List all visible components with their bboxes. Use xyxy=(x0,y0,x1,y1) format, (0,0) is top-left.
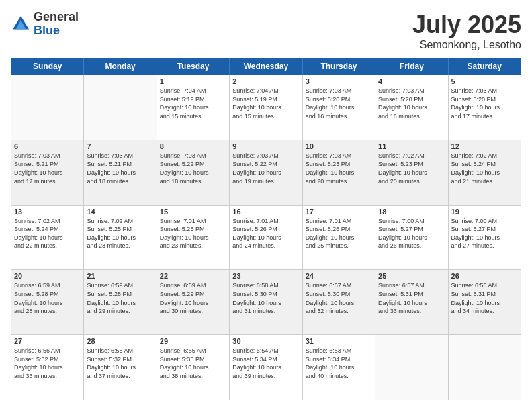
day-info: Sunrise: 7:03 AM Sunset: 5:22 PM Dayligh… xyxy=(232,152,299,185)
day-number: 16 xyxy=(232,208,299,216)
calendar-cell: 19Sunrise: 7:00 AM Sunset: 5:27 PM Dayli… xyxy=(448,205,521,270)
calendar-cell: 16Sunrise: 7:01 AM Sunset: 5:26 PM Dayli… xyxy=(230,205,302,270)
day-info: Sunrise: 7:00 AM Sunset: 5:27 PM Dayligh… xyxy=(451,217,518,250)
calendar-cell: 8Sunrise: 7:03 AM Sunset: 5:22 PM Daylig… xyxy=(157,140,229,205)
calendar-cell xyxy=(448,335,521,400)
day-number: 9 xyxy=(232,142,299,150)
calendar-week-row: 6Sunrise: 7:03 AM Sunset: 5:21 PM Daylig… xyxy=(11,140,521,205)
calendar-cell: 29Sunrise: 6:55 AM Sunset: 5:33 PM Dayli… xyxy=(157,335,229,400)
day-number: 4 xyxy=(378,77,445,85)
day-info: Sunrise: 6:58 AM Sunset: 5:30 PM Dayligh… xyxy=(232,281,299,315)
day-info: Sunrise: 6:56 AM Sunset: 5:32 PM Dayligh… xyxy=(14,347,81,380)
weekday-header: Sunday xyxy=(11,58,84,75)
calendar-cell: 11Sunrise: 7:02 AM Sunset: 5:23 PM Dayli… xyxy=(375,140,448,205)
day-number: 2 xyxy=(232,77,299,85)
day-info: Sunrise: 6:55 AM Sunset: 5:32 PM Dayligh… xyxy=(87,347,153,380)
day-number: 5 xyxy=(451,77,518,85)
day-number: 18 xyxy=(378,208,445,216)
calendar-cell: 15Sunrise: 7:01 AM Sunset: 5:25 PM Dayli… xyxy=(157,205,229,270)
day-info: Sunrise: 7:01 AM Sunset: 5:26 PM Dayligh… xyxy=(306,217,372,250)
day-number: 27 xyxy=(14,337,81,345)
day-info: Sunrise: 6:55 AM Sunset: 5:33 PM Dayligh… xyxy=(160,347,226,380)
calendar-cell: 1Sunrise: 7:04 AM Sunset: 5:19 PM Daylig… xyxy=(157,75,229,140)
day-number: 30 xyxy=(232,337,299,345)
weekday-header: Wednesday xyxy=(230,58,302,75)
weekday-header: Monday xyxy=(84,58,157,75)
calendar-cell: 31Sunrise: 6:53 AM Sunset: 5:34 PM Dayli… xyxy=(302,335,375,400)
calendar: SundayMondayTuesdayWednesdayThursdayFrid… xyxy=(11,58,521,400)
day-info: Sunrise: 6:59 AM Sunset: 5:28 PM Dayligh… xyxy=(87,281,153,315)
day-number: 20 xyxy=(14,272,81,280)
day-number: 21 xyxy=(87,272,153,280)
calendar-cell: 7Sunrise: 7:03 AM Sunset: 5:21 PM Daylig… xyxy=(84,140,157,205)
month-title: July 2025 xyxy=(412,11,521,39)
weekday-header: Tuesday xyxy=(157,58,229,75)
calendar-cell: 20Sunrise: 6:59 AM Sunset: 5:28 PM Dayli… xyxy=(11,270,84,335)
calendar-cell: 24Sunrise: 6:57 AM Sunset: 5:30 PM Dayli… xyxy=(302,270,375,335)
calendar-cell xyxy=(84,75,157,140)
calendar-cell xyxy=(11,75,84,140)
day-info: Sunrise: 6:59 AM Sunset: 5:29 PM Dayligh… xyxy=(160,281,226,315)
calendar-cell: 28Sunrise: 6:55 AM Sunset: 5:32 PM Dayli… xyxy=(84,335,157,400)
day-info: Sunrise: 7:02 AM Sunset: 5:23 PM Dayligh… xyxy=(378,152,445,185)
title-block: July 2025 Semonkong, Lesotho xyxy=(412,11,521,51)
day-info: Sunrise: 7:04 AM Sunset: 5:19 PM Dayligh… xyxy=(232,87,299,120)
page: General Blue July 2025 Semonkong, Lesoth… xyxy=(0,0,532,411)
calendar-cell: 18Sunrise: 7:00 AM Sunset: 5:27 PM Dayli… xyxy=(375,205,448,270)
day-info: Sunrise: 6:59 AM Sunset: 5:28 PM Dayligh… xyxy=(14,281,81,315)
day-info: Sunrise: 7:03 AM Sunset: 5:22 PM Dayligh… xyxy=(160,152,226,185)
day-number: 1 xyxy=(160,77,226,85)
day-number: 23 xyxy=(232,272,299,280)
day-info: Sunrise: 7:03 AM Sunset: 5:21 PM Dayligh… xyxy=(14,152,81,185)
logo-text: General Blue xyxy=(34,11,79,38)
calendar-week-row: 27Sunrise: 6:56 AM Sunset: 5:32 PM Dayli… xyxy=(11,335,521,400)
day-number: 8 xyxy=(160,142,226,150)
day-info: Sunrise: 7:03 AM Sunset: 5:20 PM Dayligh… xyxy=(451,87,518,120)
calendar-cell: 17Sunrise: 7:01 AM Sunset: 5:26 PM Dayli… xyxy=(302,205,375,270)
calendar-cell: 27Sunrise: 6:56 AM Sunset: 5:32 PM Dayli… xyxy=(11,335,84,400)
logo: General Blue xyxy=(11,11,79,38)
day-number: 10 xyxy=(306,142,372,150)
day-info: Sunrise: 6:57 AM Sunset: 5:30 PM Dayligh… xyxy=(306,281,372,315)
day-number: 6 xyxy=(14,142,81,150)
day-number: 13 xyxy=(14,208,81,216)
logo-icon xyxy=(11,14,31,34)
day-number: 15 xyxy=(160,208,226,216)
day-info: Sunrise: 7:04 AM Sunset: 5:19 PM Dayligh… xyxy=(160,87,226,120)
calendar-cell: 4Sunrise: 7:03 AM Sunset: 5:20 PM Daylig… xyxy=(375,75,448,140)
weekday-header: Friday xyxy=(375,58,448,75)
day-number: 26 xyxy=(451,272,518,280)
day-info: Sunrise: 7:01 AM Sunset: 5:26 PM Dayligh… xyxy=(232,217,299,250)
calendar-cell: 6Sunrise: 7:03 AM Sunset: 5:21 PM Daylig… xyxy=(11,140,84,205)
day-number: 22 xyxy=(160,272,226,280)
day-number: 28 xyxy=(87,337,153,345)
calendar-cell: 26Sunrise: 6:56 AM Sunset: 5:31 PM Dayli… xyxy=(448,270,521,335)
calendar-cell: 12Sunrise: 7:02 AM Sunset: 5:24 PM Dayli… xyxy=(448,140,521,205)
day-number: 31 xyxy=(306,337,372,345)
calendar-cell: 2Sunrise: 7:04 AM Sunset: 5:19 PM Daylig… xyxy=(230,75,302,140)
logo-general: General xyxy=(34,11,79,24)
day-number: 25 xyxy=(378,272,445,280)
calendar-cell: 5Sunrise: 7:03 AM Sunset: 5:20 PM Daylig… xyxy=(448,75,521,140)
day-info: Sunrise: 7:03 AM Sunset: 5:21 PM Dayligh… xyxy=(87,152,153,185)
calendar-cell: 3Sunrise: 7:03 AM Sunset: 5:20 PM Daylig… xyxy=(302,75,375,140)
weekday-header: Saturday xyxy=(448,58,521,75)
day-info: Sunrise: 7:00 AM Sunset: 5:27 PM Dayligh… xyxy=(378,217,445,250)
location: Semonkong, Lesotho xyxy=(412,39,521,51)
calendar-week-row: 20Sunrise: 6:59 AM Sunset: 5:28 PM Dayli… xyxy=(11,270,521,335)
calendar-cell: 13Sunrise: 7:02 AM Sunset: 5:24 PM Dayli… xyxy=(11,205,84,270)
day-info: Sunrise: 7:03 AM Sunset: 5:20 PM Dayligh… xyxy=(378,87,445,120)
calendar-cell: 14Sunrise: 7:02 AM Sunset: 5:25 PM Dayli… xyxy=(84,205,157,270)
day-number: 29 xyxy=(160,337,226,345)
day-info: Sunrise: 6:57 AM Sunset: 5:31 PM Dayligh… xyxy=(378,281,445,315)
day-number: 19 xyxy=(451,208,518,216)
logo-blue: Blue xyxy=(34,24,79,38)
calendar-cell: 9Sunrise: 7:03 AM Sunset: 5:22 PM Daylig… xyxy=(230,140,302,205)
day-number: 12 xyxy=(451,142,518,150)
day-info: Sunrise: 7:02 AM Sunset: 5:24 PM Dayligh… xyxy=(14,217,81,250)
day-number: 7 xyxy=(87,142,153,150)
header: General Blue July 2025 Semonkong, Lesoth… xyxy=(11,11,521,51)
calendar-cell: 10Sunrise: 7:03 AM Sunset: 5:23 PM Dayli… xyxy=(302,140,375,205)
calendar-cell: 21Sunrise: 6:59 AM Sunset: 5:28 PM Dayli… xyxy=(84,270,157,335)
day-info: Sunrise: 6:53 AM Sunset: 5:34 PM Dayligh… xyxy=(306,347,372,380)
